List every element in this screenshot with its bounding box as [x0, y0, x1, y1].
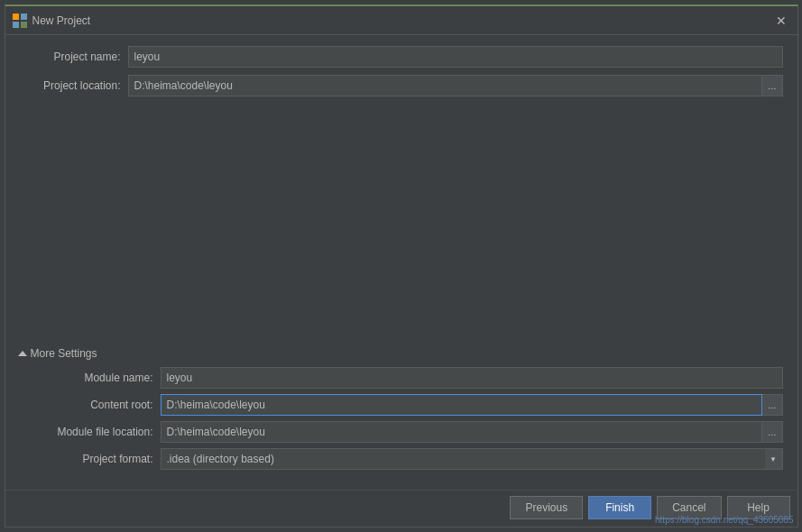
dialog-title: New Project — [32, 14, 91, 27]
svg-rect-0 — [13, 14, 19, 20]
dialog-content: Project name: Project location: ... More… — [5, 35, 797, 490]
more-settings-toggle[interactable]: More Settings — [20, 347, 783, 360]
svg-rect-1 — [21, 14, 27, 20]
svg-rect-3 — [21, 22, 27, 28]
module-file-location-row: Module file location: ... — [34, 421, 783, 443]
app-icon — [13, 14, 27, 28]
previous-button[interactable]: Previous — [510, 496, 583, 519]
more-settings-section: More Settings Module name: Content root:… — [20, 347, 783, 475]
module-name-row: Module name: — [34, 367, 783, 389]
module-name-input[interactable] — [161, 367, 783, 389]
project-location-label: Project location: — [20, 79, 128, 92]
watermark: https://blog.csdn.net/qq_43605085 — [655, 515, 793, 525]
more-settings-label: More Settings — [31, 347, 97, 360]
project-name-input[interactable] — [128, 46, 783, 68]
more-settings-fields: Module name: Content root: ... Module fi… — [20, 367, 783, 470]
content-root-browse-button[interactable]: ... — [762, 394, 782, 416]
project-format-row: Project format: .idea (directory based) — [34, 448, 783, 470]
close-button[interactable]: ✕ — [772, 14, 790, 27]
module-file-location-input[interactable] — [161, 421, 763, 443]
project-name-row: Project name: — [20, 46, 783, 68]
project-location-input[interactable] — [128, 75, 763, 96]
title-bar: New Project ✕ — [5, 6, 797, 35]
module-file-location-browse-button[interactable]: ... — [762, 421, 782, 443]
project-name-label: Project name: — [20, 50, 128, 63]
dialog: New Project ✕ Project name: Project loca… — [5, 5, 798, 527]
project-format-select[interactable]: .idea (directory based) — [161, 448, 783, 470]
module-file-location-label: Module file location: — [34, 426, 161, 438]
content-root-row: Content root: ... — [34, 394, 783, 416]
project-format-label: Project format: — [34, 453, 161, 465]
content-root-label: Content root: — [34, 399, 161, 411]
svg-rect-2 — [13, 22, 19, 28]
toggle-triangle-icon — [18, 351, 27, 356]
project-location-row: Project location: ... — [20, 75, 783, 96]
project-location-browse-button[interactable]: ... — [762, 75, 782, 96]
module-name-label: Module name: — [34, 371, 161, 384]
content-root-input[interactable] — [161, 394, 763, 416]
finish-button[interactable]: Finish — [588, 496, 651, 519]
